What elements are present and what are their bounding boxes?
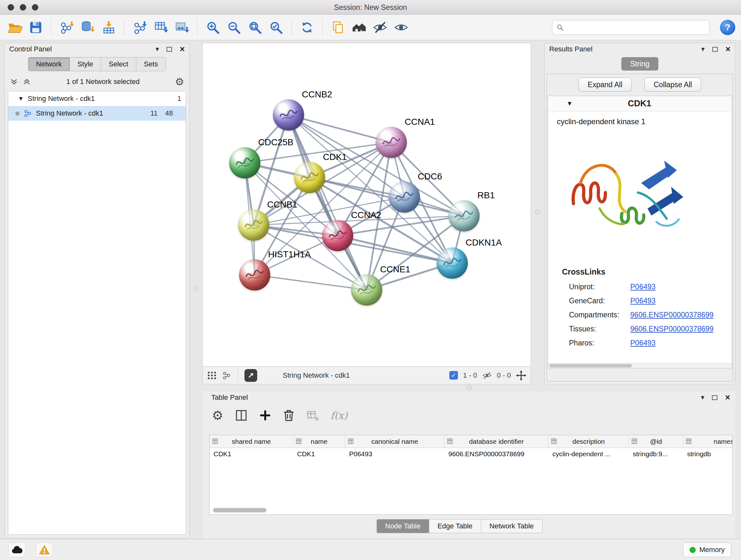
network-canvas[interactable]: CCNB2CCNA1CDC25BCDK1CDC6RB1CCNB1CCNA2CDK… bbox=[202, 43, 531, 367]
node-table: shared namenamecanonical namedatabase id… bbox=[209, 435, 733, 515]
tab-string[interactable]: String bbox=[621, 57, 658, 71]
table-cell[interactable]: CDK1 bbox=[293, 448, 345, 460]
new-network-from-selection-button[interactable] bbox=[131, 18, 149, 37]
network-node-cdkn1a[interactable] bbox=[436, 247, 468, 279]
zoom-fit-button[interactable] bbox=[246, 18, 264, 37]
search-box[interactable] bbox=[552, 20, 710, 35]
expand-all-button[interactable]: Expand All bbox=[579, 78, 632, 91]
collapse-all-button[interactable]: Collapse All bbox=[644, 78, 701, 91]
tab-edge-table[interactable]: Edge Table bbox=[429, 519, 481, 533]
network-node-hist1h1a[interactable] bbox=[239, 259, 270, 291]
table-cell[interactable]: P06493 bbox=[345, 448, 445, 460]
save-session-button[interactable] bbox=[27, 18, 45, 37]
tab-network-table[interactable]: Network Table bbox=[481, 519, 542, 533]
import-table-button[interactable] bbox=[100, 18, 118, 37]
import-network-file-button[interactable] bbox=[58, 18, 76, 37]
table-cell[interactable]: stringdb:9... bbox=[629, 448, 683, 460]
column-header-canonical-name[interactable]: canonical name bbox=[345, 435, 445, 448]
crosslink-link[interactable]: P06493 bbox=[630, 283, 656, 291]
new-table-from-network-button[interactable] bbox=[152, 18, 170, 37]
column-header-shared-name[interactable]: shared name bbox=[210, 435, 293, 448]
tab-style[interactable]: Style bbox=[70, 57, 101, 71]
column-header-database-identifier[interactable]: database identifier bbox=[445, 435, 549, 448]
splitter-handle[interactable] bbox=[535, 209, 540, 214]
column-header-description[interactable]: description bbox=[549, 435, 629, 448]
column-header-namespace[interactable]: namespace bbox=[683, 435, 733, 448]
tab-select[interactable]: Select bbox=[101, 57, 136, 71]
float-panel-icon[interactable] bbox=[712, 395, 718, 400]
network-node-cdk1[interactable] bbox=[294, 162, 325, 193]
hide-selected-button[interactable] bbox=[371, 18, 389, 37]
cloud-status-button[interactable] bbox=[8, 543, 25, 557]
zoom-out-button[interactable] bbox=[225, 18, 243, 37]
splitter-handle[interactable] bbox=[467, 385, 472, 390]
collapse-section-icon[interactable]: ▼ bbox=[566, 100, 573, 107]
table-cell[interactable]: stringdb bbox=[683, 448, 733, 460]
panel-menu-caret-icon[interactable]: ▾ bbox=[701, 394, 704, 401]
network-node-cdc25b[interactable] bbox=[229, 147, 260, 179]
tab-node-table[interactable]: Node Table bbox=[377, 519, 429, 533]
warnings-button[interactable] bbox=[36, 543, 53, 557]
collapse-all-chevrons-icon[interactable] bbox=[23, 78, 31, 86]
panel-menu-caret-icon[interactable]: ▾ bbox=[155, 46, 159, 53]
results-panel: Results Panel ▾ × String Expand All Coll… bbox=[544, 43, 735, 384]
panel-menu-caret-icon[interactable]: ▾ bbox=[701, 46, 704, 53]
open-session-button[interactable] bbox=[6, 18, 23, 37]
network-node-ccnb2[interactable] bbox=[273, 99, 304, 131]
table-cell[interactable]: 9606.ENSP00000378699 bbox=[445, 448, 549, 460]
column-header-name[interactable]: name bbox=[293, 435, 345, 448]
tab-sets[interactable]: Sets bbox=[136, 57, 166, 71]
network-node-ccne1[interactable] bbox=[351, 274, 382, 306]
network-options-gear-icon[interactable]: ⚙ bbox=[175, 77, 184, 87]
grid-view-icon[interactable] bbox=[207, 371, 217, 380]
crosslink-link[interactable]: 9606.ENSP00000378699 bbox=[630, 325, 714, 333]
protein-card-header[interactable]: ▼ CDK1 bbox=[548, 96, 732, 111]
crosslink-link[interactable]: P06493 bbox=[630, 339, 656, 348]
table-horizontal-scrollbar[interactable] bbox=[213, 508, 266, 512]
table-options-gear-icon[interactable]: ⚙ bbox=[212, 409, 223, 422]
table-data-row[interactable]: CDK1CDK1P064939606.ENSP00000378699cyclin… bbox=[210, 448, 732, 460]
network-node-ccnb1[interactable] bbox=[238, 209, 269, 241]
float-panel-icon[interactable] bbox=[712, 47, 718, 52]
hidden-eye-slash-icon[interactable] bbox=[482, 371, 492, 380]
close-panel-icon[interactable]: × bbox=[180, 45, 185, 54]
export-image-button[interactable] bbox=[173, 18, 191, 37]
close-panel-icon[interactable]: × bbox=[725, 393, 730, 402]
memory-button[interactable]: Memory bbox=[683, 543, 731, 557]
tree-expander-icon[interactable]: ▼ bbox=[18, 95, 24, 102]
network-node-ccna2[interactable] bbox=[322, 220, 353, 251]
close-panel-icon[interactable]: × bbox=[725, 45, 731, 54]
show-all-button[interactable] bbox=[392, 18, 410, 37]
pan-crosshair-icon[interactable] bbox=[516, 370, 526, 381]
expand-all-chevrons-icon[interactable] bbox=[10, 78, 18, 86]
home-button[interactable] bbox=[350, 18, 368, 37]
network-node-rb1[interactable] bbox=[448, 200, 480, 232]
delete-column-trash-icon[interactable] bbox=[283, 409, 295, 422]
column-header--id[interactable]: @id bbox=[629, 435, 683, 448]
search-input[interactable] bbox=[566, 23, 705, 32]
tab-network[interactable]: Network bbox=[28, 57, 70, 71]
scrollbar-thumb[interactable] bbox=[549, 364, 632, 368]
zoom-selected-button[interactable] bbox=[267, 18, 285, 37]
apply-layout-button[interactable] bbox=[298, 18, 316, 37]
copy-document-button[interactable] bbox=[329, 18, 347, 37]
zoom-in-button[interactable] bbox=[204, 18, 222, 37]
splitter-handle[interactable] bbox=[193, 286, 199, 291]
network-view-share-icon[interactable] bbox=[222, 371, 231, 380]
selected-checkbox[interactable]: ✓ bbox=[449, 371, 458, 380]
network-row-selected[interactable]: String Network - cdk1 11 48 bbox=[8, 106, 186, 121]
add-column-icon[interactable] bbox=[259, 409, 271, 422]
table-cell[interactable]: CDK1 bbox=[210, 448, 293, 460]
float-panel-icon[interactable] bbox=[166, 47, 172, 52]
network-node-cdc6[interactable] bbox=[389, 181, 420, 212]
import-network-database-button[interactable] bbox=[79, 18, 97, 37]
crosslink-link[interactable]: 9606.ENSP00000378699 bbox=[630, 311, 714, 319]
open-view-in-window-button[interactable] bbox=[245, 369, 257, 382]
table-cell[interactable]: cyclin-dependent ... bbox=[549, 448, 629, 460]
network-node-ccna1[interactable] bbox=[376, 127, 407, 158]
results-horizontal-scrollbar[interactable] bbox=[548, 363, 732, 368]
crosslink-link[interactable]: P06493 bbox=[630, 297, 656, 305]
show-columns-icon[interactable] bbox=[235, 409, 248, 422]
network-collection-row[interactable]: ▼ String Network - cdk1 1 bbox=[8, 91, 186, 106]
help-button[interactable]: ? bbox=[720, 20, 735, 35]
